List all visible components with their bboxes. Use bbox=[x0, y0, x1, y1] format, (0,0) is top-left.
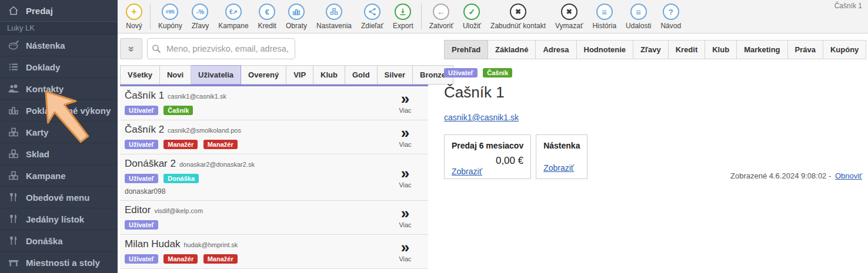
table-icon bbox=[7, 257, 20, 268]
tab-uzivatelia[interactable]: Uživatelia bbox=[191, 65, 241, 85]
bar-chart-icon bbox=[288, 4, 305, 20]
sidebar-item-kampane[interactable]: Kampane bbox=[0, 165, 118, 187]
toolbar-button-export[interactable]: Export bbox=[388, 0, 418, 30]
role-badge: Donáška bbox=[163, 174, 199, 183]
status-text: Zobrazené 4.6.2024 9:08:02 - bbox=[730, 171, 831, 180]
toolbar-button-kupony[interactable]: #95 Kupóny bbox=[153, 0, 187, 30]
tab-zlavy[interactable]: Zľavy bbox=[633, 40, 669, 59]
toolbar-button-ulozit[interactable]: ✓ Uložiť bbox=[458, 0, 486, 30]
cutlery-icon bbox=[7, 235, 20, 246]
more-button[interactable]: » Viac bbox=[382, 204, 428, 230]
toolbar-button-zatvorit[interactable]: ← Zatvoriť bbox=[425, 0, 458, 30]
tab-adresa[interactable]: Adresa bbox=[536, 40, 576, 59]
tab-kredit[interactable]: Kredit bbox=[669, 40, 706, 59]
sidebar-item-karty[interactable]: Karty bbox=[0, 122, 118, 143]
role-badge: Uživateľ bbox=[125, 174, 158, 183]
export-xml-icon bbox=[395, 4, 411, 20]
more-button[interactable]: » Viac bbox=[382, 238, 428, 264]
sidebar-item-obedove-menu[interactable]: Obedové menu bbox=[0, 187, 118, 208]
toolbar-button-kampane[interactable]: €↗ Kampane bbox=[213, 0, 253, 30]
toolbar-button-nastavenia[interactable]: Nastavenia bbox=[312, 0, 356, 30]
contact-row[interactable]: Čašník 2casnik2@smolkoland.pos Uživateľ … bbox=[120, 120, 428, 154]
toolbar-button-obraty[interactable]: Obraty bbox=[281, 0, 312, 30]
tab-hodnotenie[interactable]: Hodnotenie bbox=[577, 40, 634, 59]
more-label: Viac bbox=[399, 181, 411, 188]
sidebar-item-pokladnicne-vykony[interactable]: Pokladničné výkony bbox=[0, 100, 118, 122]
contact-row[interactable]: Čašník 1casnik1@casnik1.sk Uživateľ Čašn… bbox=[120, 86, 428, 120]
contact-row[interactable]: Milan Hudakhudak@hmprint.sk Uživateľ Man… bbox=[120, 235, 428, 269]
role-badge: Manažér bbox=[163, 140, 198, 149]
sidebar-item-nastenka[interactable]: Nástenka bbox=[0, 35, 118, 56]
tab-kupony[interactable]: Kupóny bbox=[823, 40, 866, 59]
toolbar-button-vymazat[interactable]: ✖ Vymazať bbox=[550, 0, 587, 30]
toolbar-button-novy[interactable]: + Nový bbox=[121, 0, 147, 30]
filter-tabs: Všetky Novi Uživatelia Overený VIP Klub … bbox=[120, 65, 435, 85]
tab-prava[interactable]: Práva bbox=[788, 40, 823, 59]
toolbar-button-zlavy[interactable]: -% Zľavy bbox=[187, 0, 214, 30]
sidebar-item-label: Donáška bbox=[26, 236, 63, 246]
contact-row-main: Čašník 1casnik1@casnik1.sk Uživateľ Čašn… bbox=[125, 90, 382, 115]
cutlery-icon bbox=[7, 192, 20, 203]
chevrons-right-icon: » bbox=[401, 166, 409, 181]
more-button[interactable]: » Viac bbox=[382, 90, 428, 115]
nastenka-card: Nástenka Zobraziť bbox=[536, 134, 587, 179]
contact-row[interactable]: Editorvisdif@ikelp.com Uživateľ » Viac bbox=[120, 201, 428, 235]
contact-email: casnik1@casnik1.sk bbox=[168, 93, 226, 100]
toolbar-button-navod[interactable]: ? Návod bbox=[656, 0, 686, 30]
contact-row[interactable]: Donáškar 2donaskar2@donaskar2.sk Uživate… bbox=[120, 154, 428, 201]
toolbar-button-zdielat[interactable]: Zdieľať bbox=[356, 0, 388, 30]
tab-klub[interactable]: Klub bbox=[705, 40, 737, 59]
sidebar-item-doklady[interactable]: Doklady bbox=[0, 56, 118, 78]
sidebar-item-miestnosti-a-stoly[interactable]: Miestnosti a stoly bbox=[0, 252, 118, 273]
more-label: Viac bbox=[399, 141, 411, 148]
contact-row-main: Čašník 2casnik2@smolkoland.pos Uživateľ … bbox=[125, 124, 382, 149]
tab-zakladne[interactable]: Základné bbox=[488, 40, 536, 59]
sidebar-item-kontakty[interactable]: Kontakty bbox=[0, 78, 118, 100]
sidebar-item-label: Doklady bbox=[26, 62, 60, 72]
role-badge: Uživateľ bbox=[125, 254, 158, 264]
palette-icon bbox=[7, 40, 20, 50]
sidebar-item-label: Kampane bbox=[26, 171, 66, 181]
role-badge: Manažér bbox=[203, 140, 238, 149]
more-button[interactable]: » Viac bbox=[382, 124, 428, 149]
search-input[interactable] bbox=[147, 38, 295, 59]
toolbar-button-udalosti[interactable]: ≡ Udalosti bbox=[621, 0, 656, 30]
sidebar-item-jedalny-listok[interactable]: Jedálny lístok bbox=[0, 208, 118, 230]
contact-email: donaskar2@donaskar2.sk bbox=[179, 161, 255, 168]
tab-gold[interactable]: Gold bbox=[345, 65, 378, 85]
sidebar-item-donaska[interactable]: Donáška bbox=[0, 230, 118, 252]
tab-overeny[interactable]: Overený bbox=[241, 65, 286, 85]
contact-email-link[interactable]: casnik1@casnik1.sk bbox=[444, 113, 519, 122]
contact-badges: Uživateľ bbox=[125, 219, 382, 230]
refresh-link[interactable]: Obnoviť bbox=[835, 171, 862, 180]
contact-name: Milan Hudak bbox=[125, 238, 181, 250]
chevrons-right-icon: » bbox=[401, 240, 409, 255]
sidebar-item-predaj[interactable]: Predaj bbox=[0, 0, 118, 21]
tab-prehlad[interactable]: Prehľad bbox=[444, 40, 488, 59]
chevrons-right-icon: » bbox=[401, 125, 409, 140]
card-show-link[interactable]: Zobraziť bbox=[543, 163, 580, 173]
more-button[interactable]: » Viac bbox=[382, 158, 428, 196]
sidebar-item-label: Karty bbox=[26, 127, 48, 137]
cubes-icon bbox=[7, 149, 20, 159]
back-arrow-icon: ← bbox=[433, 4, 449, 20]
sidebar-item-label: Predaj bbox=[26, 6, 53, 16]
toolbar-button-historia[interactable]: ≡ História bbox=[587, 0, 621, 30]
card-show-link[interactable]: Zobraziť bbox=[452, 167, 523, 176]
search-expander-button[interactable]: » bbox=[120, 38, 142, 59]
contact-email: casnik2@smolkoland.pos bbox=[168, 127, 241, 134]
tab-novi[interactable]: Novi bbox=[160, 65, 191, 85]
tab-silver[interactable]: Silver bbox=[378, 65, 413, 85]
search-row: » bbox=[118, 33, 435, 59]
contact-badges: Uživateľ Manažér Manažér bbox=[125, 253, 382, 264]
toolbar-button-kredit[interactable]: € Kredit bbox=[253, 0, 281, 30]
credit-icon: € bbox=[259, 4, 275, 20]
people-icon bbox=[7, 83, 20, 94]
tab-marketing[interactable]: Marketing bbox=[737, 40, 787, 59]
contact-name: Čašník 1 bbox=[125, 90, 164, 101]
sidebar-item-sklad[interactable]: Sklad bbox=[0, 143, 118, 165]
toolbar-button-zabudnut-kontakt[interactable]: ✖ Zabudnúť kontakt bbox=[486, 0, 550, 30]
tab-klub[interactable]: Klub bbox=[313, 65, 345, 85]
tab-vsetky[interactable]: Všetky bbox=[120, 65, 160, 85]
tab-vip[interactable]: VIP bbox=[286, 65, 313, 85]
